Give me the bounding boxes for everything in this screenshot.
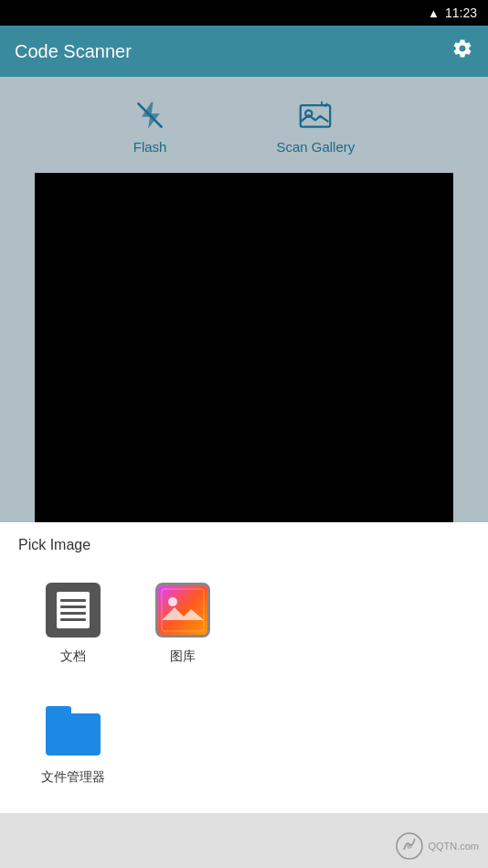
svg-point-9 — [407, 843, 412, 849]
app-item-gallery[interactable]: 图库 — [128, 572, 238, 674]
watermark-logo-icon — [395, 831, 424, 861]
watermark: QQTN.com — [395, 831, 479, 861]
docs-lines — [57, 592, 90, 628]
documents-icon — [46, 583, 101, 638]
gallery-app-icon — [155, 583, 210, 638]
doc-line-2 — [60, 605, 86, 608]
gallery-label: 图库 — [170, 648, 196, 665]
doc-line-4 — [60, 618, 86, 621]
documents-label: 文档 — [60, 648, 86, 665]
gallery-icon — [299, 99, 332, 132]
folder-body — [46, 713, 101, 755]
filemanager-label: 文件管理器 — [41, 769, 105, 786]
app-item-documents[interactable]: 文档 — [18, 572, 128, 674]
filemanager-icon — [46, 706, 101, 755]
settings-icon[interactable] — [451, 38, 473, 65]
flash-button[interactable]: Flash — [133, 99, 167, 155]
status-icons: ▲ 11:23 — [428, 5, 477, 20]
apps-grid-row2: 文件管理器 — [18, 692, 470, 813]
doc-line-3 — [60, 612, 86, 615]
gallery-app-svg — [158, 585, 207, 635]
camera-preview — [35, 173, 453, 522]
svg-rect-1 — [301, 105, 330, 126]
scan-gallery-label: Scan Gallery — [276, 139, 355, 155]
filemanager-icon-wrapper — [44, 702, 102, 760]
time-display: 11:23 — [445, 5, 477, 20]
svg-rect-5 — [158, 585, 207, 635]
flash-label: Flash — [133, 139, 167, 155]
app-title: Code Scanner — [15, 41, 132, 62]
app-bar: Code Scanner — [0, 26, 488, 77]
svg-point-7 — [168, 597, 177, 606]
status-bar: ▲ 11:23 — [0, 0, 488, 26]
documents-icon-wrapper — [44, 581, 102, 639]
gallery-app-icon-wrapper — [154, 581, 212, 639]
top-toolbar: Flash Scan Gallery — [0, 99, 488, 173]
wifi-icon: ▲ — [428, 6, 440, 20]
bottom-section: Pick Image 文档 — [0, 522, 488, 813]
doc-line-1 — [60, 599, 86, 602]
main-content: Flash Scan Gallery — [0, 77, 488, 522]
app-item-filemanager[interactable]: 文件管理器 — [18, 692, 128, 795]
flash-icon — [133, 99, 166, 132]
scan-gallery-button[interactable]: Scan Gallery — [276, 99, 355, 155]
apps-grid: 文档 — [18, 572, 470, 692]
watermark-text: QQTN.com — [428, 841, 479, 852]
pick-image-label: Pick Image — [18, 537, 470, 553]
